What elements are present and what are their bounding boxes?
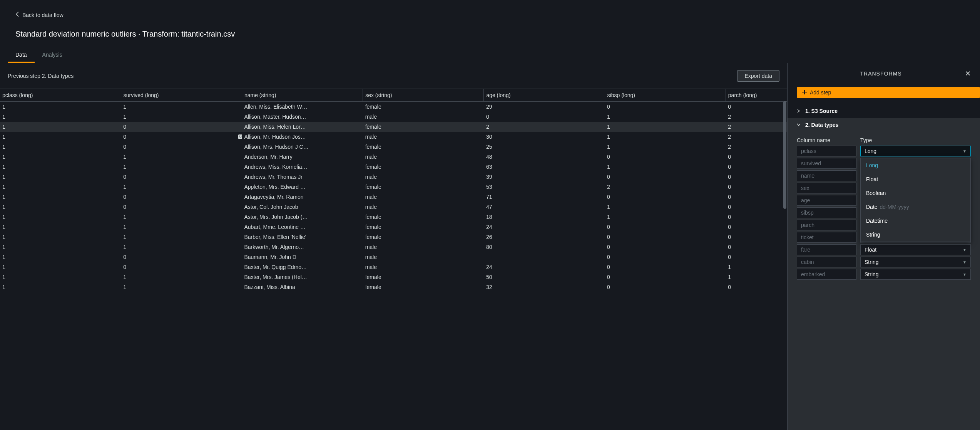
table-cell: 1 [605, 142, 726, 152]
table-cell: female [363, 232, 484, 242]
type-select[interactable]: Long▼ [860, 146, 971, 156]
table-row[interactable]: 10Baumann, Mr. John Dmale00 [0, 252, 787, 262]
table-row[interactable]: 10Astor, Col. John Jacobmale4710 [0, 202, 787, 212]
column-name-input[interactable] [797, 183, 856, 193]
column-header[interactable]: survived (long) [121, 89, 242, 102]
step-data-types[interactable]: 2. Data types [788, 118, 980, 132]
table-cell: 1 [0, 102, 121, 112]
column-name-input[interactable] [797, 207, 856, 218]
table-cell: 0 [605, 152, 726, 162]
table-cell: female [363, 102, 484, 112]
table-cell: 1 [121, 232, 242, 242]
column-header[interactable]: parch (long) [726, 89, 787, 102]
table-row[interactable]: 11Allen, Miss. Elisabeth W…female2900 [0, 102, 787, 112]
table-cell: 0 [121, 122, 242, 132]
type-select[interactable]: String▼ [860, 269, 971, 280]
table-cell: 1 [0, 152, 121, 162]
table-cell: Astor, Col. John Jacob [242, 202, 363, 212]
table-cell: 1 [726, 262, 787, 272]
table-row[interactable]: 11Barkworth, Mr. Algerno…male8000 [0, 242, 787, 252]
step-s3-source[interactable]: 1. S3 Source [788, 104, 980, 118]
table-cell: 1 [605, 112, 726, 122]
table-cell: female [363, 122, 484, 132]
column-header[interactable]: sex (string) [363, 89, 484, 102]
table-row[interactable]: 10Andrews, Mr. Thomas Jrmale3900 [0, 172, 787, 182]
table-cell: Barber, Miss. Ellen 'Nellie' [242, 232, 363, 242]
table-row[interactable]: 11Anderson, Mr. Harrymale4800 [0, 152, 787, 162]
table-row[interactable]: 11Appleton, Mrs. Edward …female5320 [0, 182, 787, 192]
datatype-row: String▼ [797, 269, 971, 280]
table-cell: Baxter, Mrs. James (Hel… [242, 272, 363, 282]
table-row[interactable]: 10Artagaveytia, Mr. Ramonmale7100 [0, 192, 787, 202]
add-step-label: Add step [810, 89, 831, 96]
dropdown-option[interactable]: Float [861, 172, 970, 186]
close-icon[interactable]: ✕ [965, 70, 971, 77]
column-header[interactable]: pclass (long) [0, 89, 121, 102]
back-to-data-flow-link[interactable]: Back to data flow [15, 8, 64, 22]
table-cell: 1 [0, 182, 121, 192]
table-cell: Artagaveytia, Mr. Ramon [242, 192, 363, 202]
datatype-row: String▼ [797, 257, 971, 267]
column-name-input[interactable] [797, 244, 856, 255]
column-name-input[interactable] [797, 269, 856, 280]
chevron-down-icon: ▼ [963, 248, 967, 252]
table-cell: 1 [121, 242, 242, 252]
table-row[interactable]: 11Aubart, Mme. Leontine …female2400 [0, 222, 787, 232]
dropdown-option[interactable]: String [861, 228, 970, 242]
table-row[interactable]: 11Bazzani, Miss. Albinafemale3200 [0, 282, 787, 292]
table-row[interactable]: 11Allison, Master. Hudson…male012 [0, 112, 787, 122]
table-cell: Baxter, Mr. Quigg Edmo… [242, 262, 363, 272]
table-row[interactable]: 10Baxter, Mr. Quigg Edmo…male2401 [0, 262, 787, 272]
table-cell: 50 [484, 272, 605, 282]
dropdown-option[interactable]: Boolean [861, 186, 970, 200]
table-row[interactable]: 10Allison, Miss. Helen Lor…female212 [0, 122, 787, 132]
table-cell: male [363, 262, 484, 272]
table-cell: 1 [0, 242, 121, 252]
chevron-down-icon: ▼ [963, 272, 967, 277]
table-row[interactable]: 11Andrews, Miss. Kornelia…female6310 [0, 162, 787, 172]
column-name-input[interactable] [797, 158, 856, 169]
column-name-input[interactable] [797, 220, 856, 230]
table-cell: 0 [605, 242, 726, 252]
table-cell: 0 [121, 142, 242, 152]
column-header[interactable]: sibsp (long) [605, 89, 726, 102]
table-cell: 1 [0, 112, 121, 122]
scrollbar-thumb[interactable] [783, 101, 786, 209]
column-name-input[interactable] [797, 146, 856, 156]
table-row[interactable]: 11Baxter, Mrs. James (Hel…female5001 [0, 272, 787, 282]
tab-analysis[interactable]: Analysis [35, 48, 70, 63]
table-row[interactable]: 10Allison, Mrs. Hudson J C…female2512 [0, 142, 787, 152]
tab-data[interactable]: Data [8, 48, 35, 63]
add-step-button[interactable]: Add step [797, 87, 980, 98]
table-row[interactable]: 100Allison, Mr. Hudson Jos…male3012 [0, 132, 787, 142]
table-row[interactable]: 11Astor, Mrs. John Jacob (…female1810 [0, 212, 787, 222]
column-name-input[interactable] [797, 257, 856, 267]
table-cell: 0 [605, 282, 726, 292]
table-cell: 53 [484, 182, 605, 192]
chevron-left-icon [15, 12, 19, 18]
caret-down-icon [797, 123, 801, 127]
table-cell: 0 [121, 202, 242, 212]
table-cell: 24 [484, 262, 605, 272]
type-select[interactable]: Float▼ [860, 244, 971, 255]
dropdown-option[interactable]: Datedd-MM-yyyy [861, 200, 970, 214]
table-cell: female [363, 272, 484, 282]
column-name-input[interactable] [797, 232, 856, 243]
type-select[interactable]: String▼ [860, 257, 971, 267]
table-cell: 26 [484, 232, 605, 242]
datatype-row: Long▼LongFloatBooleanDatedd-MM-yyyyDatet… [797, 146, 971, 156]
table-cell: 18 [484, 212, 605, 222]
table-cell: 1 [0, 172, 121, 182]
table-row[interactable]: 11Barber, Miss. Ellen 'Nellie'female2600 [0, 232, 787, 242]
table-cell: 0 [605, 172, 726, 182]
column-name-input[interactable] [797, 195, 856, 206]
dropdown-option[interactable]: Long [861, 158, 970, 172]
column-name-input[interactable] [797, 170, 856, 181]
dropdown-option[interactable]: Datetime [861, 214, 970, 228]
column-header[interactable]: name (string) [242, 89, 363, 102]
table-cell: male [363, 132, 484, 142]
column-header[interactable]: age (long) [484, 89, 605, 102]
export-data-button[interactable]: Export data [737, 70, 779, 82]
table-cell: 0 [726, 152, 787, 162]
table-cell: 0 [121, 172, 242, 182]
